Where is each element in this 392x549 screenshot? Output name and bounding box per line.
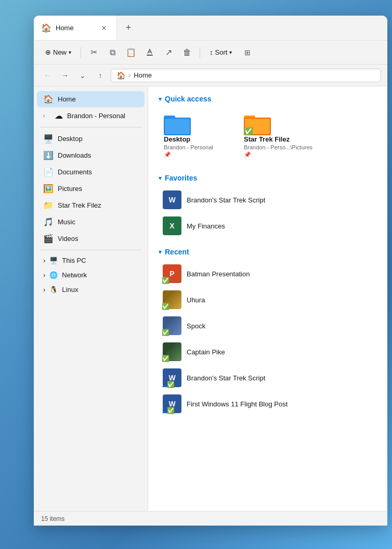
back-button[interactable]: ← (40, 68, 55, 83)
recent-title: Recent (165, 248, 189, 256)
qa-startrek-pin: 📌 (244, 151, 251, 158)
separator-1 (81, 47, 81, 58)
sidebar-thispc-label: This PC (62, 257, 86, 264)
downloads-icon: ⬇️ (43, 150, 54, 160)
word-icon-1: W (163, 190, 181, 209)
qa-startrek-item[interactable]: ✅ Star Trek Filez Brandon - Perso...\Pic… (239, 108, 318, 163)
sidebar-startrek-label: Star Trek Filez (58, 201, 101, 209)
qa-desktop-item[interactable]: Desktop Brandon - Personal 📌 (159, 108, 231, 163)
qa-startrek-icon-wrap: ✅ (244, 113, 271, 135)
sort-dropdown-icon: ▾ (229, 49, 232, 55)
sidebar-item-music[interactable]: 🎵 Music (37, 214, 145, 230)
desktop-icon: 🖥️ (43, 134, 54, 144)
recent-locations-button[interactable]: ⌄ (75, 68, 90, 83)
sidebar-music-label: Music (58, 218, 75, 226)
favorites-title: Favorites (165, 174, 197, 182)
home-tab[interactable]: 🏠 Home ✕ (34, 16, 117, 40)
qa-desktop-name: Desktop (164, 135, 190, 143)
expand-thispc-icon: › (43, 257, 45, 264)
thispc-icon: 🖥️ (49, 257, 58, 264)
cut-button[interactable]: ✂ (85, 44, 102, 61)
delete-button[interactable]: 🗑 (179, 44, 195, 61)
recent-spock[interactable]: ✅ Spock (159, 313, 377, 338)
quick-access-grid: Desktop Brandon - Personal 📌 (159, 108, 377, 163)
sidebar-downloads-label: Downloads (58, 151, 91, 159)
batman-sync-icon: ✅ (162, 277, 169, 284)
sidebar: 🏠 Home › ☁ Brandon - Personal 🖥️ Desktop… (34, 86, 148, 511)
onedrive-icon: ☁ (55, 111, 63, 121)
blog-sync-icon: ✅ (167, 407, 175, 414)
documents-icon: 📄 (43, 167, 54, 177)
favorites-header[interactable]: ▾ Favorites (159, 174, 377, 182)
favorite-finances[interactable]: X My Finances (159, 213, 377, 238)
recent-pike[interactable]: ✅ Captain Pike (159, 339, 377, 364)
sidebar-item-network[interactable]: › 🌐 Network (37, 268, 145, 282)
recent-blog-post[interactable]: ☁ ✅ W First Windows 11 Flight Blog Post (159, 391, 377, 416)
sidebar-item-videos[interactable]: 🎬 Videos (37, 231, 145, 247)
recent-header[interactable]: ▾ Recent (159, 248, 377, 256)
forward-button[interactable]: → (58, 68, 72, 83)
desktop-folder-icon (164, 113, 191, 135)
new-dropdown-icon: ▾ (69, 49, 71, 55)
paste-button[interactable]: 📋 (123, 44, 139, 61)
spock-sync-icon: ✅ (162, 329, 169, 336)
sidebar-pictures-label: Pictures (58, 185, 82, 193)
sidebar-item-downloads[interactable]: ⬇️ Downloads 📌 (37, 147, 145, 163)
address-input[interactable]: 🏠 › Home (111, 69, 381, 82)
address-path: Home (134, 71, 152, 79)
music-icon: 🎵 (43, 217, 54, 227)
toolbar: ⊕ New ▾ ✂ ⧉ 📋 ↗ 🗑 ↕ Sort ▾ ⊞ (34, 41, 387, 65)
excel-icon-1: X (163, 216, 181, 235)
copy-button[interactable]: ⧉ (104, 44, 121, 61)
blog-icon-wrap: ☁ ✅ W (163, 394, 181, 413)
status-bar: 15 items (34, 511, 387, 526)
sidebar-documents-label: Documents (58, 168, 92, 176)
home-tab-title: Home (56, 24, 74, 32)
close-tab-button[interactable]: ✕ (99, 23, 109, 33)
file-explorer-window: 🏠 Home ✕ + ⊕ New ▾ ✂ ⧉ 📋 ↗ 🗑 ↕ Sort ▾ ⊞ … (34, 16, 387, 526)
recent-startrek-script[interactable]: ☁ ✅ W Brandon's Star Trek Script (159, 365, 377, 390)
view-options-button[interactable]: ⊞ (239, 44, 256, 61)
sidebar-videos-label: Videos (58, 235, 79, 242)
favorite-startrek-script[interactable]: W Brandon's Star Trek Script (159, 187, 377, 212)
items-count: 15 items (41, 515, 64, 522)
qa-desktop-pin: 📌 (164, 151, 171, 158)
rename-button[interactable] (141, 44, 158, 61)
sync-checkmark: ✅ (244, 127, 253, 135)
sort-icon: ↕ (210, 48, 213, 56)
sidebar-item-home[interactable]: 🏠 Home (37, 91, 145, 107)
videos-icon: 🎬 (43, 234, 54, 244)
right-panel: ▾ Quick access Desktop Brandon - Persona… (148, 86, 387, 511)
sidebar-item-startrekfilez[interactable]: 📁 Star Trek Filez 📌 (37, 197, 145, 213)
sidebar-item-documents[interactable]: 📄 Documents 📌 (37, 164, 145, 180)
new-button[interactable]: ⊕ New ▾ (40, 46, 76, 58)
sort-button[interactable]: ↕ Sort ▾ (204, 46, 237, 58)
qa-startrek-name: Star Trek Filez (244, 135, 290, 143)
recent-uhura-name: Uhura (187, 296, 205, 304)
divider-1 (40, 127, 141, 127)
network-icon: 🌐 (49, 271, 58, 279)
quick-access-chevron: ▾ (159, 96, 162, 103)
recent-batman[interactable]: ✅ P Batman Presentation (159, 261, 377, 286)
new-tab-button[interactable]: + (119, 19, 138, 37)
script-icon-wrap: ☁ ✅ W (163, 368, 181, 387)
sidebar-desktop-label: Desktop (58, 135, 83, 143)
script-sync-icon: ✅ (167, 381, 175, 388)
recent-uhura[interactable]: ✅ Uhura (159, 287, 377, 312)
quick-access-header[interactable]: ▾ Quick access (159, 95, 377, 103)
uhura-icon-wrap: ✅ (163, 290, 181, 309)
up-button[interactable]: ↑ (93, 68, 108, 83)
sidebar-item-desktop[interactable]: 🖥️ Desktop 📌 (37, 131, 145, 147)
favorite-finances-name: My Finances (187, 222, 225, 230)
uhura-sync-icon: ✅ (162, 303, 169, 310)
sidebar-item-pictures[interactable]: 🖼️ Pictures 📌 (37, 181, 145, 197)
share-button[interactable]: ↗ (160, 44, 177, 61)
separator-2 (200, 47, 200, 58)
recent-spock-name: Spock (187, 322, 205, 330)
home-icon: 🏠 (43, 94, 54, 104)
sidebar-item-linux[interactable]: › 🐧 Linux (37, 283, 145, 297)
sidebar-linux-label: Linux (62, 286, 78, 293)
word-icon-wrap-1: W (163, 190, 181, 209)
sidebar-item-brandon[interactable]: › ☁ Brandon - Personal (37, 108, 145, 124)
sidebar-item-thispc[interactable]: › 🖥️ This PC (37, 253, 145, 267)
